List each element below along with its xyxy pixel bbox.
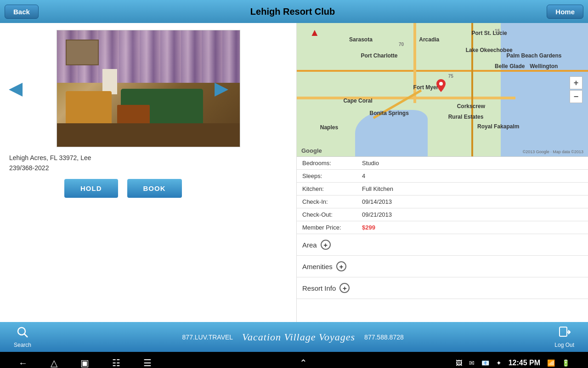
zoom-in-button[interactable]: +: [570, 76, 582, 89]
map-copyright: ©2013 Google · Map data ©2013: [523, 150, 583, 154]
phone1: 877.LUV.TRAVEL: [182, 334, 233, 341]
action-buttons: HOLD BOOK: [9, 179, 287, 198]
page-title: Lehigh Resort Club: [39, 6, 547, 17]
sleeps-label: Sleeps:: [302, 172, 362, 179]
android-nav-left: ← △ ▣ ☷ ☰: [18, 357, 152, 368]
android-status-bar: 🖼 ✉ 📧 ✦ 12:45 PM 📶 🔋: [456, 359, 570, 367]
checkout-row: Check-Out: 09/21/2013: [297, 208, 588, 221]
phone-line: 239/368-2022: [9, 163, 287, 173]
kitchen-label: Kitchen:: [302, 185, 362, 192]
kitchen-row: Kitchen: Full Kitchen: [297, 183, 588, 196]
checkin-value: 09/14/2013: [362, 198, 392, 205]
checkin-label: Check-In:: [302, 198, 362, 205]
home-button[interactable]: Home: [547, 5, 583, 19]
area-expand-icon[interactable]: +: [321, 240, 331, 250]
amenities-expand-icon[interactable]: +: [336, 261, 346, 271]
clock-display: 12:45 PM: [509, 359, 540, 367]
google-logo: Google: [301, 147, 322, 154]
svg-rect-3: [560, 327, 567, 336]
photo-container: ◀ ▶: [9, 30, 287, 147]
resort-info-expand-icon[interactable]: +: [339, 283, 350, 293]
resort-info-label: Resort Info: [302, 284, 336, 292]
address-line: Lehigh Acres, FL 33972, Lee: [9, 153, 287, 163]
right-panel: Sarasota Port Charlotte Fort Myers Cape …: [296, 23, 588, 322]
prev-photo-button[interactable]: ◀: [9, 79, 22, 98]
android-up-button[interactable]: ⌃: [300, 357, 307, 368]
logout-icon: [559, 326, 571, 341]
map-marker: [436, 79, 446, 92]
android-home-button[interactable]: △: [51, 357, 57, 368]
svg-line-2: [24, 334, 28, 337]
kitchen-value: Full Kitchen: [362, 185, 393, 192]
price-label: Member Price:: [302, 224, 362, 231]
sleeps-value: 4: [362, 172, 365, 179]
search-icon: [17, 326, 28, 341]
main-content: ◀ ▶ Lehigh Acres, FL 33972, Lee 239/368-…: [0, 23, 588, 322]
logout-button[interactable]: Log Out: [554, 326, 574, 348]
mail-icon: 📧: [481, 359, 489, 367]
email-icon: ✉: [469, 359, 475, 367]
info-table: Bedrooms: Studio Sleeps: 4 Kitchen: Full…: [297, 156, 588, 234]
dropbox-icon: ✦: [496, 359, 502, 367]
bedrooms-label: Bedrooms:: [302, 160, 362, 167]
android-grid-button[interactable]: ☷: [112, 357, 120, 368]
android-menu-button[interactable]: ☰: [143, 357, 152, 368]
android-recent-button[interactable]: ▣: [80, 357, 89, 368]
resort-photo: [57, 30, 240, 147]
checkin-row: Check-In: 09/14/2013: [297, 196, 588, 208]
top-bar: Back Lehigh Resort Club Home: [0, 0, 588, 23]
resort-info-section[interactable]: Resort Info +: [297, 277, 588, 299]
bedrooms-value: Studio: [362, 160, 379, 167]
bottom-center-info: 877.LUV.TRAVEL Vacation Village Voyages …: [182, 331, 404, 343]
map-zoom-controls: + −: [570, 76, 582, 103]
wifi-icon: 📶: [547, 359, 555, 367]
phone2: 877.588.8728: [364, 334, 404, 341]
bedrooms-row: Bedrooms: Studio: [297, 157, 588, 170]
android-nav-bar: ← △ ▣ ☷ ☰ ⌃ 🖼 ✉ 📧 ✦ 12:45 PM 📶 🔋: [0, 352, 588, 368]
brand-name: Vacation Village Voyages: [242, 331, 355, 343]
page-title-area: Lehigh Resort Club: [39, 6, 547, 17]
amenities-label: Amenities: [302, 263, 333, 270]
search-label: Search: [14, 342, 31, 348]
svg-point-0: [439, 82, 443, 86]
back-button[interactable]: Back: [5, 5, 39, 19]
book-button[interactable]: BOOK: [127, 179, 182, 198]
area-section[interactable]: Area +: [297, 234, 588, 256]
left-panel: ◀ ▶ Lehigh Acres, FL 33972, Lee 239/368-…: [0, 23, 296, 322]
bottom-bar: Search 877.LUV.TRAVEL Vacation Village V…: [0, 322, 588, 352]
checkout-value: 09/21/2013: [362, 211, 392, 218]
search-button[interactable]: Search: [14, 326, 31, 348]
checkout-label: Check-Out:: [302, 211, 362, 218]
image-icon: 🖼: [456, 359, 462, 367]
zoom-out-button[interactable]: −: [570, 90, 582, 103]
price-value: $299: [362, 224, 375, 231]
area-label: Area: [302, 241, 317, 249]
battery-icon: 🔋: [562, 359, 570, 367]
svg-point-1: [18, 328, 25, 335]
resort-address: Lehigh Acres, FL 33972, Lee 239/368-2022: [9, 153, 287, 173]
android-back-button[interactable]: ←: [18, 358, 28, 368]
price-row: Member Price: $299: [297, 221, 588, 234]
logout-label: Log Out: [554, 342, 574, 348]
next-photo-button[interactable]: ▶: [215, 79, 227, 98]
sleeps-row: Sleeps: 4: [297, 170, 588, 183]
hold-button[interactable]: HOLD: [64, 179, 118, 198]
amenities-section[interactable]: Amenities +: [297, 256, 588, 277]
compass-icon: ▲: [310, 27, 320, 39]
map-container[interactable]: Sarasota Port Charlotte Fort Myers Cape …: [297, 23, 588, 156]
